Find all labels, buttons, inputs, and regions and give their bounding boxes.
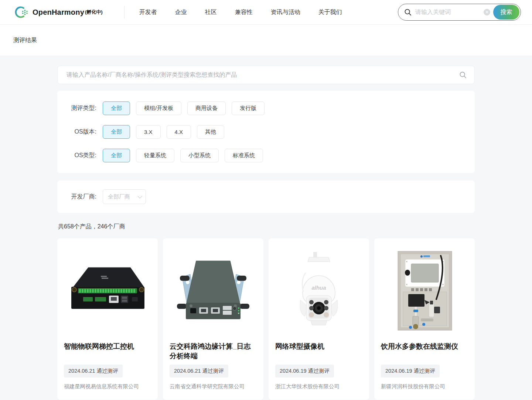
nav-item-developer[interactable]: 开发者	[139, 8, 157, 16]
result-summary: 共658个产品，246个厂商	[58, 223, 474, 231]
top-header: OpenHarmony (孵化中) 开发者 企业 社区 兼容性 资讯与活动 关于…	[0, 0, 532, 25]
search-icon	[404, 8, 412, 16]
edge-computing-device-image	[171, 248, 255, 333]
product-card[interactable]: 智能物联网梯控工控机 2024.06.21 通过测评 福建星网视易信息系统有限公…	[57, 238, 158, 400]
filter-chip-standard-system[interactable]: 标准系统	[225, 149, 263, 162]
product-company: 浙江大华技术股份有限公司	[275, 383, 362, 390]
breadcrumb-band: 测评结果	[0, 25, 532, 56]
product-title[interactable]: 云交科路鸿边缘计算_日志分析终端	[170, 342, 257, 363]
product-company: 新疆河润科技股份有限公司	[381, 383, 468, 390]
filter-chip-commercial-device[interactable]: 商用设备	[187, 101, 226, 115]
industrial-controller-image	[65, 248, 150, 333]
product-company: 福建星网视易信息系统有限公司	[64, 383, 151, 390]
product-search-bar	[57, 66, 475, 84]
filter-chip-other[interactable]: 其他	[197, 125, 224, 139]
nav-item-enterprise[interactable]: 企业	[175, 8, 187, 16]
filter-options: 全部 模组/开发板 商用设备 发行版	[103, 101, 265, 115]
evaluation-badge: 2024.06.21 通过测评	[64, 365, 123, 377]
product-title[interactable]: 网络球型摄像机	[275, 342, 362, 363]
water-monitor-cabinet-image	[382, 248, 467, 333]
product-card[interactable]: 饮用水多参数在线监测仪 2024.06.19 通过测评 新疆河润科技股份有限公司	[374, 238, 475, 400]
ptz-camera-image: alhua	[277, 248, 361, 333]
filter-chip-module-devboard[interactable]: 模组/开发板	[136, 101, 181, 115]
header-divider	[124, 6, 125, 18]
filter-chip-light-system[interactable]: 轻量系统	[136, 149, 174, 162]
filter-options: 全部 轻量系统 小型系统 标准系统	[103, 149, 263, 162]
product-image: alhua	[275, 244, 362, 337]
filter-label: OS类型:	[66, 152, 96, 159]
header-search-button[interactable]: 搜索	[493, 5, 519, 20]
main-nav: 开发者 企业 社区 兼容性 资讯与活动 关于我们	[139, 8, 342, 16]
filter-row-os-version: OS版本: 全部 3.X 4.X 其他	[66, 125, 466, 139]
product-search-input[interactable]	[57, 66, 475, 84]
svg-text:alhua: alhua	[311, 285, 326, 291]
filter-chip-distribution[interactable]: 发行版	[232, 101, 265, 115]
filter-chip-all[interactable]: 全部	[103, 125, 130, 139]
product-card[interactable]: 云交科路鸿边缘计算_日志分析终端 2024.06.21 通过测评 云南省交通科学…	[163, 238, 263, 400]
filter-options: 全部 3.X 4.X 其他	[103, 125, 224, 139]
product-image	[170, 244, 257, 337]
evaluation-badge: 2024.06.21 通过测评	[170, 365, 228, 377]
vendor-panel: 开发厂商: 全部厂商	[57, 180, 475, 213]
vendor-filter-label: 开发厂商:	[66, 193, 96, 201]
product-company: 云南省交通科学研究院有限公司	[170, 383, 257, 390]
filter-panel: 测评类型: 全部 模组/开发板 商用设备 发行版 OS版本: 全部 3.X 4.…	[57, 91, 475, 173]
product-image	[381, 244, 468, 337]
filter-label: OS版本:	[66, 128, 96, 136]
page-title: 测评结果	[13, 37, 37, 44]
vendor-select[interactable]: 全部厂商	[103, 189, 146, 204]
product-title[interactable]: 饮用水多参数在线监测仪	[381, 342, 468, 363]
main-content: 测评类型: 全部 模组/开发板 商用设备 发行版 OS版本: 全部 3.X 4.…	[57, 66, 475, 400]
openharmony-logo-icon	[13, 4, 30, 21]
header-search-box: ✕ 搜索	[398, 4, 521, 21]
product-card[interactable]: alhua 网络球型摄像机 2024.06.19 通过测评 浙江大华技术股份有限…	[269, 238, 369, 400]
product-image	[64, 244, 151, 337]
clear-search-icon[interactable]: ✕	[484, 9, 490, 15]
product-title[interactable]: 智能物联网梯控工控机	[64, 342, 151, 363]
openharmony-logo[interactable]: OpenHarmony (孵化中)	[13, 4, 103, 21]
nav-item-about-us[interactable]: 关于我们	[318, 8, 342, 16]
filter-chip-small-system[interactable]: 小型系统	[180, 149, 219, 162]
filter-label: 测评类型:	[66, 104, 96, 112]
evaluation-badge: 2024.06.19 通过测评	[381, 365, 440, 377]
filter-row-eval-type: 测评类型: 全部 模组/开发板 商用设备 发行版	[66, 101, 466, 115]
filter-row-os-type: OS类型: 全部 轻量系统 小型系统 标准系统	[66, 149, 466, 162]
filter-chip-3x[interactable]: 3.X	[136, 125, 161, 139]
product-card-grid: 智能物联网梯控工控机 2024.06.21 通过测评 福建星网视易信息系统有限公…	[57, 238, 475, 400]
filter-chip-4x[interactable]: 4.X	[167, 125, 191, 139]
nav-item-news-events[interactable]: 资讯与活动	[271, 8, 300, 16]
nav-item-community[interactable]: 社区	[205, 8, 217, 16]
vendor-select-value: 全部厂商	[108, 193, 130, 200]
chevron-down-icon	[137, 194, 142, 199]
search-icon[interactable]	[459, 71, 467, 79]
logo-text: OpenHarmony	[33, 8, 84, 17]
filter-chip-all[interactable]: 全部	[103, 101, 130, 115]
logo-suffix: (孵化中)	[85, 9, 103, 15]
evaluation-badge: 2024.06.19 通过测评	[275, 365, 334, 377]
header-search-input[interactable]	[412, 9, 484, 15]
filter-chip-all[interactable]: 全部	[103, 149, 130, 162]
nav-item-compatibility[interactable]: 兼容性	[235, 8, 253, 16]
